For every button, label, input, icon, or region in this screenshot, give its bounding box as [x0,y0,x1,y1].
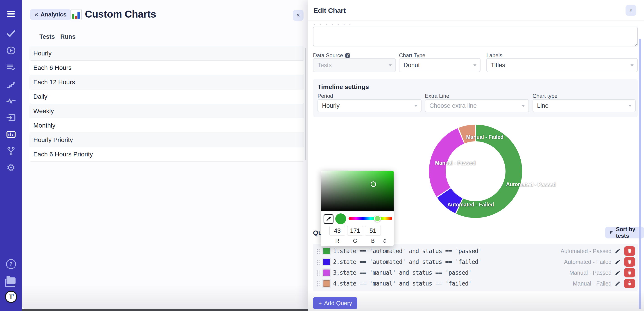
timeline-chart-type-select[interactable]: Line [532,99,636,112]
help-icon[interactable]: ? [0,259,22,269]
eyedropper-button[interactable] [324,214,334,224]
trash-icon [627,248,632,254]
textarea-resize-grip[interactable] [634,42,637,46]
plus-icon: + [318,300,322,307]
import-icon[interactable] [0,113,22,123]
period-select[interactable]: Hourly [318,99,422,112]
delete-query-button[interactable] [624,257,635,267]
query-expression: 3.state == 'manual' and status == 'passe… [333,269,472,276]
chart-title-textarea[interactable] [313,27,638,47]
drawer-close-button[interactable]: × [626,5,636,16]
query-expression: 4.state == 'manual' and status == 'faile… [333,280,472,287]
edit-query-icon[interactable] [615,259,620,265]
query-color-swatch[interactable] [322,268,331,277]
tab-tests[interactable]: Tests [40,33,55,42]
blue-input[interactable] [365,226,381,235]
drag-handle-icon[interactable] [316,270,320,276]
chevron-down-icon [522,105,525,107]
query-color-swatch[interactable] [322,258,331,266]
donut-label-manual-passed: Manual - Passed [435,160,476,166]
query-list: 1.state == 'automated' and status == 'pa… [313,244,638,291]
sort-by-tests-button[interactable]: Sort by tests [605,227,644,238]
test-plans-list-icon[interactable] [0,63,22,73]
hue-slider-thumb[interactable] [374,215,381,222]
query-series-label: Automated - Failed [564,259,612,265]
drag-handle-icon[interactable] [316,280,320,286]
hue-slider[interactable] [348,217,392,220]
drag-handle-icon[interactable] [316,259,320,265]
analytics-bar-chart-icon[interactable] [0,129,22,139]
color-picker-popover: R G B [321,171,394,246]
delete-query-button[interactable] [624,268,635,277]
query-color-swatch[interactable] [322,279,331,288]
chevron-down-icon [628,105,632,107]
sidebar: ⚙ ? T [0,0,22,311]
red-input[interactable] [330,226,345,235]
steps-icon[interactable] [0,79,22,89]
drawer-scrollbar[interactable] [639,39,641,309]
period-label: Period [318,93,333,99]
data-source-select[interactable]: Tests [313,58,396,72]
chart-list-item[interactable]: Each 6 Hours Priority [29,147,304,162]
chart-list-item[interactable]: Hourly Priority [29,133,304,147]
delete-query-button[interactable] [624,279,635,288]
drag-handle-icon[interactable] [316,248,320,254]
query-expression: 2.state == 'automated' and status == 'fa… [333,258,482,265]
panel-bottom-fade [22,284,308,309]
timeline-chart-type-label: Chart type [532,93,558,99]
pulse-icon[interactable] [0,96,22,106]
drawer-title: Edit Chart [314,7,346,15]
tests-check-icon[interactable] [0,28,22,38]
gear-icon[interactable]: ⚙ [0,162,22,173]
branch-icon[interactable] [0,146,22,156]
edit-query-icon[interactable] [615,280,620,286]
folder-icon[interactable] [0,276,22,286]
chart-list-item[interactable]: Each 6 Hours [29,61,304,75]
tab-runs[interactable]: Runs [60,33,76,42]
labels-select[interactable]: Titles [486,58,638,72]
query-color-swatch[interactable] [322,247,331,255]
green-label: G [347,238,363,244]
chevron-down-icon [414,105,418,107]
chart-list-item[interactable]: Each 12 Hours [29,75,304,90]
analytics-back-button[interactable]: « Analytics [30,9,71,20]
format-updown-icon[interactable] [383,238,387,244]
donut-label-automated-passed: Automated - Passed [506,181,556,187]
chart-list-item[interactable]: Daily [29,90,304,104]
edit-query-icon[interactable] [615,248,620,254]
window-bottom-edge [0,309,311,311]
chart-list: HourlyEach 6 HoursEach 12 HoursDailyWeek… [29,46,304,162]
chart-type-select[interactable]: Donut [399,58,480,72]
chart-list-item[interactable]: Monthly [29,118,304,133]
timeline-settings-title: Timeline settings [318,83,369,91]
donut-label-automated-failed: Automated - Failed [447,202,494,208]
drawer-bottom-fade [308,289,644,311]
green-input[interactable] [347,226,363,235]
runs-play-icon[interactable] [0,46,22,56]
query-row: 2.state == 'automated' and status == 'fa… [313,256,638,267]
sort-icon [610,230,613,235]
blue-label: B [365,238,381,244]
page-title: Custom Charts [85,8,156,20]
add-query-button[interactable]: + Add Query [313,297,357,309]
data-source-help-icon[interactable]: ? [345,53,350,58]
bar-chart-emoji-icon [70,9,82,20]
chevron-down-icon [473,64,476,66]
extra-line-select[interactable]: Choose extra line [425,99,529,112]
custom-charts-panel: « Analytics Custom Charts × Tests Runs H… [22,0,308,309]
edit-query-icon[interactable] [615,270,620,276]
current-color-swatch [335,213,346,224]
chevron-down-icon [630,64,634,66]
trash-icon [627,270,632,276]
donut-label-manual-failed: Manual - Failed [466,134,504,140]
chart-list-scrollbar[interactable] [305,48,306,160]
delete-query-button[interactable] [624,246,635,256]
menu-icon[interactable] [0,9,22,19]
chart-list-item[interactable]: Hourly [29,46,304,61]
chart-list-item[interactable]: Weekly [29,104,304,118]
saturation-area[interactable] [321,171,394,211]
testomat-logo[interactable]: T [0,291,22,302]
panel-close-button[interactable]: × [293,10,304,21]
saturation-cursor[interactable] [371,181,376,187]
eyedropper-icon [326,216,331,222]
